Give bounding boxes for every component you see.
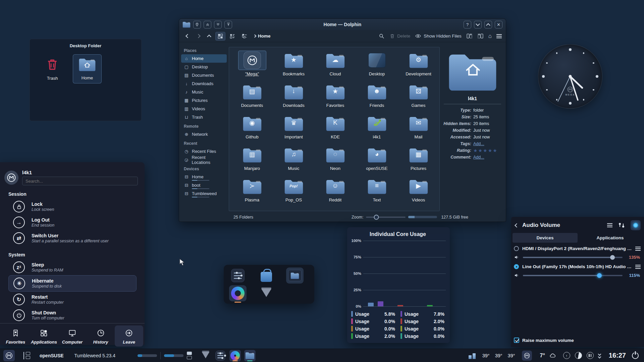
keep-above-button[interactable] [204, 21, 211, 28]
folder-item[interactable]: l4k1 [357, 114, 396, 143]
dock-discover-app[interactable] [258, 267, 275, 284]
places-item[interactable]: ♪Music [181, 88, 227, 96]
user-avatar[interactable] [4, 171, 18, 185]
weather-cloud-icon[interactable] [548, 352, 557, 359]
places-item[interactable]: ⊔Trash [181, 113, 227, 121]
dock-firefox-app[interactable] [229, 285, 247, 301]
places-device-item[interactable]: ⊟Home [181, 173, 227, 181]
night-color-tray-icon[interactable] [575, 352, 582, 359]
help-button[interactable]: ? [464, 21, 471, 28]
folder-item[interactable]: ◉ Github [232, 114, 272, 143]
folder-item[interactable]: ★ Bookmarks [274, 51, 313, 80]
breadcrumb[interactable]: Home [254, 34, 271, 39]
launcher-tab[interactable]: Applications [30, 325, 58, 347]
places-item[interactable]: ▢Desktop [181, 63, 227, 71]
maximize-button[interactable] [484, 21, 492, 28]
temperature-sensors[interactable]: 39°39°39° [482, 353, 515, 358]
places-device-item[interactable]: ⊟boot [181, 181, 227, 189]
mixer-settings-icon[interactable] [619, 223, 625, 228]
launcher-tab[interactable]: Favorites [1, 325, 30, 347]
folder-item[interactable]: "Mega" [232, 51, 272, 80]
details-view-button[interactable] [227, 32, 237, 41]
folder-item[interactable]: ▶ Videos [399, 177, 438, 206]
folder-item[interactable]: ✉ Mail [399, 114, 438, 143]
places-item[interactable]: ⊕Network [181, 130, 227, 138]
folder-item[interactable]: ⚄ Games [399, 82, 438, 112]
places-device-item[interactable]: ⊟Tumbleweed [181, 189, 227, 198]
folder-item[interactable]: ◕ openSUSE [357, 145, 396, 175]
dock-files-app[interactable] [286, 267, 304, 284]
volume-slider[interactable] [523, 257, 623, 258]
pause-tray-icon[interactable] [587, 352, 594, 359]
panel-slider-1[interactable] [138, 354, 157, 357]
dolphin-titlebar[interactable]: Home — Dolphin ? ✕ [179, 19, 506, 30]
launcher-menu-item[interactable]: ✳ HibernateSuspend to disk [8, 275, 137, 292]
folder-item[interactable]: ▥ Manjaro [232, 145, 272, 175]
folder-item[interactable]: ☁ Cloud [316, 51, 355, 80]
volume-slider-handle[interactable] [597, 273, 602, 278]
speaker-icon[interactable] [514, 254, 520, 260]
folder-item[interactable]: ♛ Important [274, 114, 313, 143]
default-device-radio[interactable] [514, 246, 519, 251]
tree-view-button[interactable] [239, 32, 250, 41]
audio-tab[interactable]: Applications [578, 233, 643, 243]
expand-tray-chevron-icon[interactable] [598, 353, 601, 358]
split-view-right-icon[interactable] [477, 33, 484, 39]
pin-window-button[interactable] [193, 21, 201, 28]
virtual-desktop-pager[interactable] [187, 352, 192, 359]
launcher-menu-item[interactable]: Shut DownTurn off computer [8, 307, 137, 323]
show-hidden-files-toggle[interactable]: Show Hidden Files [415, 33, 462, 39]
folder-item[interactable]: ⚙ Development [399, 51, 438, 80]
folder-item[interactable]: ★ Favorites [316, 82, 355, 112]
forward-button[interactable] [194, 32, 203, 41]
launcher-menu-item[interactable]: ⇄ Switch UserStart a parallel session as… [8, 230, 137, 246]
desktop-icon[interactable]: Home [73, 54, 102, 83]
audio-menu-icon[interactable] [607, 223, 612, 227]
raise-max-volume-checkbox[interactable] [514, 338, 519, 343]
audio-tab[interactable]: Devices [513, 233, 578, 243]
panel-slider-2[interactable] [164, 354, 183, 357]
split-view-left-icon[interactable] [466, 33, 473, 39]
audio-applet-icon[interactable] [631, 220, 641, 230]
delete-button[interactable]: Delete [389, 33, 410, 39]
home-icon[interactable]: ⌂ [488, 33, 492, 40]
folder-item[interactable]: ☺ Reddit [316, 177, 355, 206]
back-button[interactable] [183, 32, 192, 41]
close-button[interactable]: ✕ [495, 21, 502, 28]
dock-terminal-app[interactable] [229, 267, 247, 284]
volume-slider[interactable] [523, 275, 623, 276]
up-button[interactable] [205, 32, 213, 41]
updates-tray-icon[interactable]: ↑ [563, 352, 570, 359]
search-input[interactable] [22, 177, 138, 185]
device-menu-icon[interactable] [635, 265, 641, 269]
launcher-tab[interactable]: History [87, 325, 115, 347]
system-monitor-tray-icon[interactable] [469, 352, 476, 359]
folder-item[interactable]: ♫ Music [274, 145, 313, 175]
places-item[interactable]: ▤Documents [181, 71, 227, 79]
places-item[interactable]: ▦Pictures [181, 96, 227, 105]
menu-hamburger-icon[interactable] [496, 34, 502, 38]
task-settings[interactable] [215, 350, 226, 361]
minimize-button[interactable] [474, 21, 482, 28]
launcher-button[interactable] [3, 350, 15, 361]
launcher-menu-item[interactable]: zᶻ SleepSuspend to RAM [8, 259, 137, 275]
move-to-top-button[interactable] [224, 21, 232, 28]
search-icon[interactable] [378, 33, 385, 39]
folder-item[interactable]: ≻ Plasma [232, 177, 272, 206]
places-item[interactable]: ◶Recent Locations [181, 156, 227, 164]
back-icon[interactable] [515, 223, 519, 228]
folder-item[interactable]: ≡ Text [357, 177, 396, 206]
power-icon[interactable] [632, 352, 639, 359]
icons-view-button[interactable] [215, 32, 225, 41]
folder-item[interactable]: Desktop [357, 51, 396, 80]
volume-slider-handle[interactable] [610, 255, 615, 260]
folder-item[interactable]: Pop! Pop_OS [274, 177, 313, 206]
analog-clock-widget[interactable]: MEGA [538, 44, 602, 109]
device-menu-icon[interactable] [635, 247, 641, 251]
task-etcher[interactable] [200, 350, 211, 361]
zoom-slider[interactable] [366, 217, 406, 218]
speaker-icon[interactable] [514, 273, 520, 278]
weather-temperature[interactable]: 7° [540, 353, 545, 359]
launcher-tab[interactable]: Leave [115, 325, 143, 347]
places-item[interactable]: ◷Recent Files [181, 147, 227, 156]
